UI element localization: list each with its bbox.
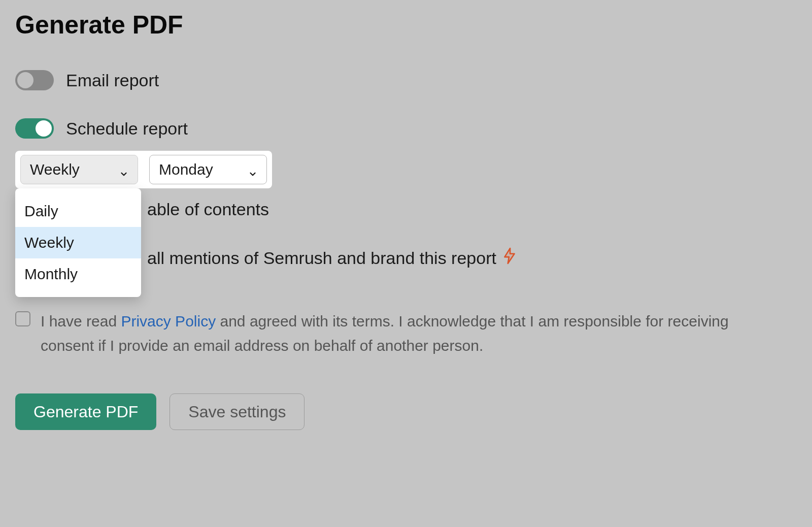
email-report-row: Email report — [15, 70, 797, 90]
toggle-knob — [36, 120, 52, 137]
toggle-knob — [17, 72, 33, 88]
frequency-dropdown: Daily Weekly Monthly — [15, 188, 141, 297]
privacy-prefix: I have read — [41, 313, 121, 330]
generate-pdf-button[interactable]: Generate PDF — [15, 393, 156, 430]
table-of-contents-option-partial: able of contents — [147, 200, 797, 219]
privacy-text: I have read Privacy Policy and agreed wi… — [41, 309, 782, 358]
schedule-selects-area: Weekly Monday Daily Weekly Monthly — [15, 151, 272, 188]
privacy-row: I have read Privacy Policy and agreed wi… — [15, 309, 797, 358]
schedule-report-row: Schedule report — [15, 118, 797, 139]
day-select-value: Monday — [159, 161, 213, 178]
branding-option-partial: all mentions of Semrush and brand this r… — [147, 247, 797, 269]
frequency-select[interactable]: Weekly — [20, 155, 138, 184]
day-select[interactable]: Monday — [149, 155, 267, 184]
chevron-down-icon — [248, 165, 257, 174]
chevron-down-icon — [119, 165, 128, 174]
page-title: Generate PDF — [15, 10, 797, 40]
svg-marker-0 — [504, 248, 514, 264]
schedule-report-label: Schedule report — [66, 119, 188, 139]
privacy-checkbox[interactable] — [15, 311, 30, 326]
frequency-option-monthly[interactable]: Monthly — [15, 258, 141, 290]
email-report-label: Email report — [66, 71, 159, 90]
schedule-report-toggle[interactable] — [15, 118, 54, 139]
save-settings-button[interactable]: Save settings — [170, 393, 304, 430]
privacy-policy-link[interactable]: Privacy Policy — [121, 313, 216, 330]
toc-text-fragment: able of contents — [147, 200, 269, 219]
frequency-option-daily[interactable]: Daily — [15, 195, 141, 227]
bolt-icon — [502, 247, 517, 269]
frequency-option-weekly[interactable]: Weekly — [15, 227, 141, 258]
branding-text-fragment: all mentions of Semrush and brand this r… — [147, 248, 496, 268]
email-report-toggle[interactable] — [15, 70, 54, 90]
frequency-select-value: Weekly — [30, 161, 80, 178]
button-row: Generate PDF Save settings — [15, 393, 797, 430]
